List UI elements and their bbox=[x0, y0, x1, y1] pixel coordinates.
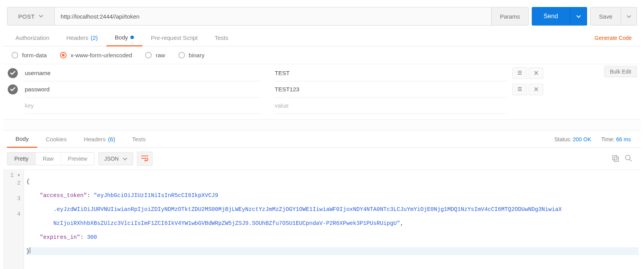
check-icon bbox=[10, 70, 15, 76]
param-key-input[interactable] bbox=[25, 65, 261, 81]
format-select[interactable]: JSON bbox=[98, 152, 133, 165]
search-icon[interactable] bbox=[625, 154, 632, 163]
radio-form-data[interactable]: form-data bbox=[12, 52, 47, 58]
time-label: Time: bbox=[601, 136, 615, 142]
send-button[interactable]: Send bbox=[532, 7, 570, 26]
tab-label: Tests bbox=[132, 136, 146, 142]
generate-code-link[interactable]: Generate Code bbox=[594, 35, 637, 41]
status-indicator: Status: 200 OK bbox=[555, 136, 591, 142]
row-delete-button[interactable] bbox=[529, 84, 543, 95]
view-mode-segment: Pretty Raw Preview bbox=[7, 152, 94, 165]
row-enable-toggle[interactable] bbox=[8, 68, 18, 78]
line-gutter: 1 ▾ 2 3 4 bbox=[3, 170, 24, 269]
splitter[interactable] bbox=[3, 119, 641, 131]
tab-label: Cookies bbox=[46, 136, 67, 142]
save-group: Save bbox=[590, 7, 637, 26]
svg-rect-1 bbox=[614, 157, 618, 161]
radio-icon bbox=[145, 52, 152, 58]
chevron-down-icon bbox=[39, 15, 43, 18]
response-tabs: Body Cookies Headers (6) Tests Status: 2… bbox=[3, 131, 641, 148]
menu-icon bbox=[517, 86, 522, 93]
resp-tab-cookies[interactable]: Cookies bbox=[37, 131, 75, 147]
table-row bbox=[8, 65, 636, 81]
line-number: 3 bbox=[3, 187, 21, 210]
body-type-selector: form-data x-www-form-urlencoded raw bina… bbox=[3, 46, 641, 64]
table-row bbox=[8, 81, 636, 98]
tab-pre-request-script[interactable]: Pre-request Script bbox=[142, 30, 206, 46]
chevron-down-icon bbox=[627, 14, 631, 19]
tab-body[interactable]: Body bbox=[106, 29, 142, 46]
status-value: 200 OK bbox=[573, 136, 591, 142]
svg-rect-0 bbox=[613, 156, 617, 160]
param-key-input[interactable] bbox=[25, 98, 261, 114]
param-key-input[interactable] bbox=[25, 81, 261, 98]
resp-tab-body[interactable]: Body bbox=[7, 131, 37, 148]
tab-label: Headers bbox=[67, 34, 89, 41]
row-menu-button[interactable] bbox=[512, 67, 527, 79]
tab-label: Body bbox=[115, 34, 128, 41]
radio-label: raw bbox=[156, 52, 165, 58]
param-value-input[interactable] bbox=[275, 98, 507, 114]
tab-label: Authorization bbox=[15, 34, 50, 41]
view-raw-button[interactable]: Raw bbox=[36, 152, 61, 165]
tab-label: Pre-request Script bbox=[151, 34, 198, 41]
radio-raw[interactable]: raw bbox=[145, 52, 165, 58]
radio-binary[interactable]: binary bbox=[178, 52, 205, 58]
line-number: 1 ▾ bbox=[3, 171, 21, 179]
status-label: Status: bbox=[555, 136, 572, 142]
http-method-select[interactable]: POST bbox=[7, 7, 55, 25]
chevron-down-icon bbox=[123, 156, 127, 162]
tab-label: Headers bbox=[84, 136, 106, 142]
row-menu-button[interactable] bbox=[512, 84, 527, 95]
tab-authorization[interactable]: Authorization bbox=[7, 30, 58, 46]
save-dropdown[interactable] bbox=[621, 7, 637, 25]
request-bar: POST Params Send Save bbox=[3, 3, 641, 29]
row-enable-toggle[interactable] bbox=[8, 84, 18, 94]
resp-tab-tests[interactable]: Tests bbox=[123, 131, 154, 147]
param-value-input[interactable] bbox=[275, 65, 507, 81]
radio-label: binary bbox=[189, 52, 205, 58]
request-url-input[interactable] bbox=[55, 7, 491, 25]
close-icon bbox=[534, 86, 538, 93]
radio-icon bbox=[178, 52, 185, 58]
viewer-toolbar: Pretty Raw Preview JSON bbox=[3, 148, 641, 170]
close-icon bbox=[534, 70, 538, 76]
viewer-toolbar-right bbox=[611, 154, 637, 163]
response-meta: Status: 200 OK Time: 66 ms bbox=[555, 136, 637, 142]
request-tabs: Authorization Headers (2) Body Pre-reque… bbox=[3, 29, 641, 46]
format-label: JSON bbox=[104, 156, 118, 162]
copy-icon[interactable] bbox=[611, 154, 619, 163]
view-preview-button[interactable]: Preview bbox=[61, 152, 94, 165]
wrap-icon bbox=[141, 155, 149, 163]
params-label: Params bbox=[500, 13, 520, 20]
menu-icon bbox=[517, 70, 522, 76]
check-icon bbox=[10, 86, 15, 93]
svg-point-2 bbox=[625, 155, 630, 160]
line-number: 4 bbox=[3, 210, 21, 218]
time-value: 66 ms bbox=[616, 136, 631, 142]
table-row-new bbox=[8, 98, 636, 114]
toggle-wrap-button[interactable] bbox=[137, 152, 152, 166]
tab-count: (2) bbox=[91, 34, 98, 41]
resp-tab-headers[interactable]: Headers (6) bbox=[75, 131, 123, 147]
time-indicator: Time: 66 ms bbox=[601, 136, 631, 142]
radio-icon bbox=[12, 52, 18, 58]
send-group: Send bbox=[532, 7, 587, 26]
tab-tests[interactable]: Tests bbox=[206, 30, 237, 46]
method-url-group: POST Params bbox=[7, 7, 529, 26]
radio-label: x-www-form-urlencoded bbox=[70, 52, 132, 58]
save-button[interactable]: Save bbox=[591, 7, 621, 25]
tab-label: Tests bbox=[215, 34, 228, 41]
row-delete-button[interactable] bbox=[529, 67, 543, 79]
form-params: Bulk Edit bbox=[3, 64, 641, 117]
send-dropdown[interactable] bbox=[570, 7, 587, 26]
tab-count: (6) bbox=[108, 136, 115, 142]
response-body-viewer[interactable]: 1 ▾ 2 3 4 { "access_token": "eyJhbGciOiJ… bbox=[3, 170, 641, 269]
tab-headers[interactable]: Headers (2) bbox=[58, 30, 106, 46]
params-button[interactable]: Params bbox=[491, 7, 529, 25]
param-value-input[interactable] bbox=[275, 81, 507, 98]
text-cursor-icon bbox=[30, 247, 30, 254]
radio-x-www-form-urlencoded[interactable]: x-www-form-urlencoded bbox=[60, 52, 132, 58]
view-pretty-button[interactable]: Pretty bbox=[7, 152, 36, 165]
tab-label: Body bbox=[15, 135, 29, 142]
